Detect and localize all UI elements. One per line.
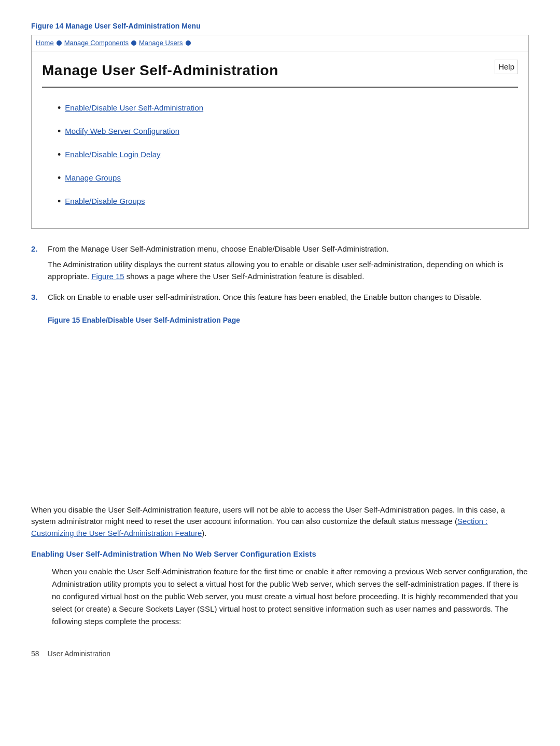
- figure15-image-placeholder: [31, 328, 529, 504]
- nav-manage-users[interactable]: Manage Users: [139, 38, 183, 48]
- nav-bullet-1: [57, 40, 62, 46]
- menu-link-enable-disable-user[interactable]: Enable/Disable User Self-Administration: [65, 102, 203, 114]
- menu-list: Enable/Disable User Self-Administration …: [42, 96, 518, 209]
- step-2: 2. From the Manage User Self-Administrat…: [31, 243, 529, 287]
- page-title: Manage User Self-Administration: [42, 60, 278, 81]
- page-footer: 58 User Administration: [31, 648, 529, 659]
- step-3-number: 3.: [31, 292, 40, 308]
- browser-mockup: Home Manage Components Manage Users Mana…: [31, 35, 529, 229]
- body-paragraph: When you disable the User Self-Administr…: [31, 504, 529, 540]
- list-item: Manage Groups: [58, 171, 518, 185]
- list-item: Enable/Disable User Self-Administration: [58, 101, 518, 115]
- list-item: Enable/Disable Login Delay: [58, 148, 518, 162]
- step-3-content: Click on Enable to enable user self-admi…: [48, 292, 529, 308]
- browser-header: Manage User Self-Administration Help: [42, 60, 518, 88]
- step-2-para2: The Administration utility displays the …: [48, 259, 529, 282]
- nav-bullet-3: [186, 40, 191, 46]
- browser-nav: Home Manage Components Manage Users: [32, 35, 528, 51]
- section-body: When you enable the User Self-Administra…: [31, 565, 529, 628]
- list-item: Enable/Disable Groups: [58, 195, 518, 209]
- step-3-para1: Click on Enable to enable user self-admi…: [48, 292, 529, 303]
- figure15-caption: Figure 15 Enable/Disable User Self-Admin…: [48, 315, 529, 326]
- page-number: 58: [31, 648, 39, 659]
- section-heading: Enabling User Self-Administration When N…: [31, 548, 529, 560]
- menu-link-manage-groups[interactable]: Manage Groups: [65, 172, 121, 184]
- step-2-para1: From the Manage User Self-Administration…: [48, 243, 529, 255]
- nav-manage-components[interactable]: Manage Components: [64, 38, 129, 48]
- figure14-caption: Figure 14 Manage User Self-Administratio…: [31, 21, 529, 32]
- body-text-end: ).: [202, 529, 206, 537]
- nav-home[interactable]: Home: [36, 38, 54, 48]
- browser-content: Manage User Self-Administration Help Ena…: [32, 51, 528, 228]
- help-button[interactable]: Help: [495, 60, 518, 75]
- menu-link-modify-web-server[interactable]: Modify Web Server Configuration: [65, 126, 179, 137]
- step-2-para2-suffix: shows a page where the User Self-Adminis…: [124, 272, 365, 281]
- nav-bullet-2: [131, 40, 136, 46]
- step-2-content: From the Manage User Self-Administration…: [48, 243, 529, 287]
- step-2-number: 2.: [31, 243, 40, 287]
- figure15-link[interactable]: Figure 15: [91, 272, 124, 281]
- footer-label: User Administration: [48, 648, 110, 659]
- body-text-prefix: When you disable the User Self-Administr…: [31, 505, 505, 526]
- menu-link-login-delay[interactable]: Enable/Disable Login Delay: [65, 149, 160, 161]
- menu-link-enable-disable-groups[interactable]: Enable/Disable Groups: [65, 196, 145, 208]
- list-item: Modify Web Server Configuration: [58, 125, 518, 139]
- step-3: 3. Click on Enable to enable user self-a…: [31, 292, 529, 308]
